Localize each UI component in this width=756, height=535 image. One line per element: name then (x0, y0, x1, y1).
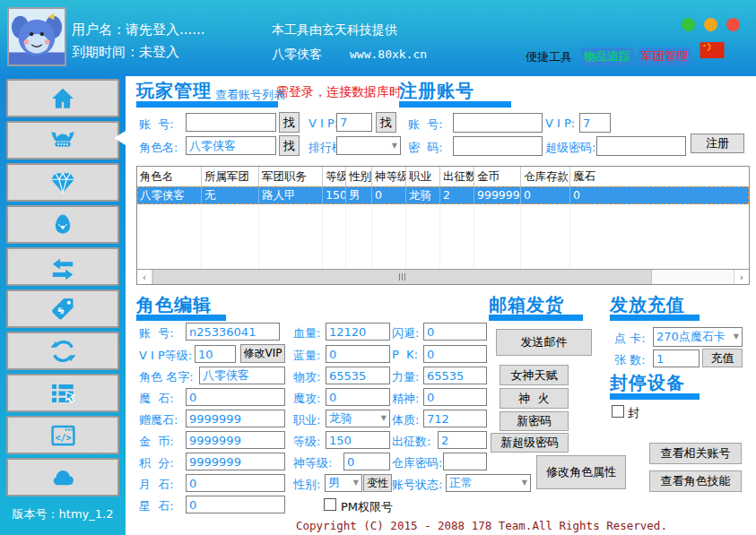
vip-level-label: V I P等级: (139, 348, 192, 364)
reg-vip-input[interactable] (579, 113, 611, 133)
scroll-left-button[interactable]: ‹ (137, 270, 152, 284)
col-header[interactable]: 等级 (323, 167, 346, 186)
col-header[interactable]: 性别 (346, 167, 372, 186)
account-input[interactable] (186, 323, 280, 341)
gold-input[interactable] (186, 431, 285, 449)
col-header[interactable]: 仓库存款 (521, 167, 570, 186)
vip-level-input[interactable] (195, 345, 236, 363)
col-header[interactable]: 出征数 (440, 167, 474, 186)
mp-input[interactable] (326, 345, 390, 363)
search-account-find-button[interactable]: 找 (279, 112, 300, 133)
warehouse-pw-input[interactable] (443, 453, 487, 470)
legion-manage-button[interactable]: 军团管理 (639, 47, 691, 65)
pk-input[interactable] (423, 345, 487, 363)
god-level-input[interactable] (343, 453, 390, 470)
sidebar-item-items[interactable] (6, 163, 119, 202)
hp-input[interactable] (326, 323, 390, 341)
sidebar-item-home[interactable] (6, 79, 119, 117)
new-password-button[interactable]: 新密码 (500, 411, 569, 431)
ban-title: 封停设备 (610, 371, 685, 395)
search-vip-input[interactable] (336, 113, 372, 132)
account-status-select[interactable]: 正常 ▼ (446, 474, 531, 492)
brand-name: 八零侠客 (272, 47, 322, 63)
col-header[interactable]: 职业 (406, 167, 440, 186)
sidebar-item-script[interactable]: </> (6, 416, 119, 454)
window-button-yellow[interactable] (704, 18, 717, 31)
view-related-accounts-button[interactable]: 查看相关账号 (649, 443, 742, 464)
star-stone-input[interactable] (186, 496, 285, 513)
chevron-down-icon: ▼ (353, 479, 359, 487)
table-row[interactable]: 八零侠客 无 路人甲 150 男 0 龙骑 2 9999999 0 0 (137, 186, 749, 204)
level-input[interactable] (326, 431, 390, 449)
col-header[interactable]: 角色名 (137, 167, 202, 186)
col-header[interactable]: 军团职务 (259, 167, 323, 186)
scroll-right-button[interactable]: › (734, 270, 749, 284)
points-input[interactable] (186, 453, 285, 470)
reg-password-input[interactable] (453, 136, 543, 156)
new-super-password-button[interactable]: 新超级密码 (491, 433, 569, 453)
app-window: 用户名：请先登入...... 到期时间：未登入 本工具由玄天科技提供 八零侠客 … (0, 0, 756, 535)
reg-super-password-input[interactable] (596, 136, 686, 156)
reg-account-input[interactable] (453, 113, 543, 133)
scrollbar-thumb[interactable] (152, 270, 652, 284)
col-header[interactable]: 神等级 (372, 167, 406, 186)
spirit-input[interactable] (423, 388, 487, 406)
goddess-talent-button[interactable]: 女神天赋 (500, 365, 569, 385)
quick-tools-button[interactable]: 便捷工具 (526, 49, 572, 65)
sidebar-item-transfer[interactable] (6, 247, 119, 286)
warehouse-pw-label: 仓库密码: (392, 455, 442, 471)
search-vip-find-button[interactable]: 找 (376, 112, 396, 133)
item-track-button[interactable]: 物品追踪 (581, 47, 633, 65)
gift-stone-input[interactable] (186, 410, 285, 427)
gender-select[interactable]: 男 ▼ (325, 474, 362, 492)
dodge-input[interactable] (423, 323, 487, 341)
col-header[interactable]: 魔石 (570, 167, 749, 186)
search-account-input[interactable] (186, 113, 276, 132)
code-window-icon: </> (48, 422, 78, 449)
modify-role-attr-button[interactable]: 修改角色属性 (536, 455, 626, 489)
recharge-button[interactable]: 充值 (702, 349, 743, 367)
avatar (7, 7, 66, 66)
strength-input[interactable] (423, 367, 487, 384)
rank-select[interactable]: ▼ (336, 136, 401, 155)
sidebar-item-pet[interactable] (6, 205, 119, 244)
job-select[interactable]: 龙骑 ▼ (326, 410, 390, 427)
window-button-red[interactable] (726, 18, 740, 31)
expire-line: 到期时间：未登入 (72, 44, 179, 61)
modify-vip-button[interactable]: 修改VIP (240, 344, 285, 363)
website-link[interactable]: www.80xk.cn (350, 47, 427, 61)
ban-checkbox[interactable] (612, 405, 624, 418)
col-header[interactable]: 所属军团 (202, 167, 259, 186)
change-gender-button[interactable]: 变性 (363, 474, 392, 492)
expedition-input[interactable] (438, 431, 487, 449)
count-input[interactable] (653, 349, 700, 367)
sidebar-item-table[interactable] (6, 374, 119, 412)
window-button-green[interactable] (682, 18, 695, 31)
god-fire-button[interactable]: 神 火 (500, 388, 569, 409)
moon-stone-input[interactable] (186, 474, 285, 492)
role-name-input[interactable] (199, 367, 285, 384)
sidebar-item-refresh[interactable] (6, 332, 119, 370)
spirit-label: 精神: (392, 391, 419, 407)
patk-input[interactable] (326, 367, 390, 384)
sidebar-item-shop[interactable]: $ (6, 289, 119, 328)
account-status-value: 正常 (449, 475, 473, 491)
sidebar-item-player[interactable] (6, 121, 119, 160)
send-mail-button[interactable]: 发送邮件 (496, 329, 592, 356)
pm-permission-checkbox[interactable] (324, 498, 336, 511)
constitution-input[interactable] (423, 410, 487, 427)
magic-stone-input[interactable] (186, 388, 285, 406)
card-select[interactable]: 270点魔石卡 ▼ (653, 327, 743, 347)
col-header[interactable]: 金币 (474, 167, 521, 186)
reg-password-label: 密 码: (408, 140, 443, 156)
cell-gold: 9999999 (474, 186, 521, 204)
sidebar-item-cloud[interactable] (6, 458, 119, 496)
view-accounts-link[interactable]: 查看账号列表 (215, 87, 285, 103)
search-role-find-button[interactable]: 找 (279, 135, 300, 156)
register-button[interactable]: 注册 (691, 134, 744, 153)
dodge-label: 闪避: (392, 325, 419, 341)
transfer-arrows-icon (48, 254, 78, 280)
view-role-skills-button[interactable]: 查看角色技能 (649, 470, 742, 492)
matk-input[interactable] (326, 388, 390, 406)
search-role-input[interactable] (186, 136, 276, 155)
